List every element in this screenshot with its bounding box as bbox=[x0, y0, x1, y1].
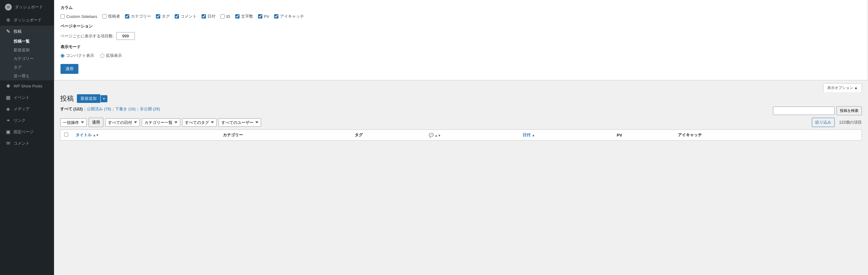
sidebar-item-events[interactable]: ▦ イベント bbox=[0, 92, 54, 103]
th-date-link[interactable]: 日付 ▲ bbox=[523, 133, 535, 137]
main-content: カラム Custom Sidebars 投稿者 カテゴリー タグ コメント bbox=[54, 0, 868, 275]
sidebar-item-label: 固定ページ bbox=[13, 129, 34, 135]
sidebar-item-wp-show-posts[interactable]: ✱ WP Show Posts bbox=[0, 80, 54, 92]
screen-options-toggle-button[interactable]: 表示オプション ▲ bbox=[823, 83, 862, 92]
sidebar-sub-item-add-new[interactable]: 新規追加 bbox=[0, 46, 54, 54]
filter-tab-published[interactable]: 公開済み (78) bbox=[87, 106, 111, 112]
table-header-row: タイトル ▲▼ カテゴリー タグ 💬 ▲▼ 日付 ▲ PV bbox=[61, 130, 862, 141]
col-categories[interactable]: カテゴリー bbox=[125, 13, 151, 19]
sidebar-item-links[interactable]: ⚭ リンク bbox=[0, 115, 54, 126]
sidebar-sub-item-post-list[interactable]: 投稿一覧 bbox=[0, 37, 54, 46]
pagination-input[interactable] bbox=[116, 32, 135, 40]
user-filter-select[interactable]: すべてのユーザー bbox=[219, 118, 261, 127]
sidebar-item-dashboard[interactable]: ⊕ ダッシュボード bbox=[0, 14, 54, 26]
col-custom-sidebars-checkbox[interactable] bbox=[61, 14, 65, 19]
pages-icon: ▣ bbox=[5, 129, 11, 135]
tag-filter-select[interactable]: すべてのタグ bbox=[182, 118, 217, 127]
col-author-checkbox[interactable] bbox=[102, 14, 106, 19]
col-comments[interactable]: コメント bbox=[175, 13, 197, 19]
events-icon: ▦ bbox=[5, 94, 11, 101]
col-id-checkbox[interactable] bbox=[220, 14, 225, 19]
sidebar: W ダッシュボード ⊕ ダッシュボード ✎ 投稿 投稿一覧 新規追加 カテゴリー… bbox=[0, 0, 54, 275]
col-comments-label: コメント bbox=[181, 13, 197, 19]
sidebar-sub-item-tags[interactable]: タグ bbox=[0, 63, 54, 72]
col-date-checkbox[interactable] bbox=[202, 14, 206, 19]
bulk-action-select[interactable]: 一括操作 bbox=[60, 118, 87, 127]
col-pv-checkbox[interactable] bbox=[258, 14, 262, 19]
col-tags[interactable]: タグ bbox=[156, 13, 170, 19]
th-title-link[interactable]: タイトル ▲▼ bbox=[75, 133, 99, 137]
filter-sep-1: | bbox=[84, 107, 85, 112]
col-categories-checkbox[interactable] bbox=[125, 14, 129, 19]
sidebar-sub-item-sort[interactable]: 並べ替え bbox=[0, 72, 54, 80]
title-sort-icon: ▲▼ bbox=[93, 134, 99, 137]
date-sort-icon: ▲ bbox=[532, 134, 535, 137]
th-date: 日付 ▲ bbox=[519, 130, 613, 141]
sidebar-item-media[interactable]: ◈ メディア bbox=[0, 103, 54, 115]
sidebar-item-label: イベント bbox=[13, 95, 30, 101]
sidebar-logo-label[interactable]: ダッシュボード bbox=[15, 4, 43, 10]
col-id[interactable]: ID bbox=[220, 14, 230, 19]
wp-logo-icon: W bbox=[5, 4, 12, 10]
col-date[interactable]: 日付 bbox=[202, 13, 215, 19]
col-eye-catch[interactable]: アイキャッチ bbox=[274, 13, 304, 19]
sidebar-item-label: メディア bbox=[13, 106, 30, 112]
col-custom-sidebars[interactable]: Custom Sidebars bbox=[61, 14, 97, 19]
filter-tab-private[interactable]: 非公開 (28) bbox=[140, 106, 160, 112]
sidebar-item-pages[interactable]: ▣ 固定ページ bbox=[0, 126, 54, 138]
th-pv: アイキャッチ bbox=[674, 130, 825, 141]
th-word-count: PV bbox=[613, 130, 674, 141]
add-new-button[interactable]: 新規追加 bbox=[77, 94, 101, 103]
col-tags-checkbox[interactable] bbox=[156, 14, 160, 19]
pagination-title: ページネーション bbox=[61, 24, 862, 29]
display-mode-compact[interactable]: コンパクト表示 bbox=[61, 53, 94, 58]
page-title-row: 投稿 新規追加 ▾ bbox=[60, 94, 862, 103]
bulk-apply-button[interactable]: 適用 bbox=[89, 118, 103, 127]
th-comments-link[interactable]: 💬 ▲▼ bbox=[429, 133, 441, 138]
screen-options-toggle-bar: 表示オプション ▲ bbox=[60, 83, 862, 92]
sidebar-item-label: WP Show Posts bbox=[13, 84, 42, 88]
filter-sep-2: | bbox=[113, 107, 114, 112]
sidebar-item-label: ダッシュボード bbox=[13, 17, 42, 23]
media-icon: ◈ bbox=[5, 106, 11, 112]
col-tags-label: タグ bbox=[162, 13, 170, 19]
posts-table: タイトル ▲▼ カテゴリー タグ 💬 ▲▼ 日付 ▲ PV bbox=[60, 130, 862, 141]
pagination-section: ページネーション ページごとに表示する項目数: bbox=[61, 24, 862, 40]
sidebar-item-label: リンク bbox=[13, 118, 26, 123]
content-area: 表示オプション ▲ 投稿 新規追加 ▾ 投稿を検索 すべて (122) | 公開… bbox=[54, 80, 868, 275]
display-mode-compact-label: コンパクト表示 bbox=[66, 53, 94, 58]
col-author-label: 投稿者 bbox=[108, 13, 120, 19]
display-mode-section: 表示モード コンパクト表示 拡張表示 bbox=[61, 44, 862, 58]
screen-options-apply-button[interactable]: 適用 bbox=[61, 64, 79, 74]
sidebar-item-posts[interactable]: ✎ 投稿 bbox=[0, 26, 54, 37]
posts-icon: ✎ bbox=[5, 28, 11, 34]
col-pv-label: PV bbox=[264, 14, 269, 19]
filter-tab-draft[interactable]: 下書き (16) bbox=[115, 106, 135, 112]
date-filter-select[interactable]: すべての日付 bbox=[105, 118, 140, 127]
sidebar-sub-item-categories[interactable]: カテゴリー bbox=[0, 54, 54, 63]
th-eye-catch bbox=[826, 130, 862, 141]
select-all-checkbox[interactable] bbox=[64, 133, 68, 137]
display-mode-extended-radio[interactable] bbox=[100, 54, 104, 58]
sidebar-logo: W ダッシュボード bbox=[0, 0, 54, 14]
col-author[interactable]: 投稿者 bbox=[102, 13, 120, 19]
search-input[interactable] bbox=[773, 107, 835, 115]
display-mode-extended[interactable]: 拡張表示 bbox=[100, 53, 122, 58]
add-new-dropdown-button[interactable]: ▾ bbox=[101, 95, 107, 102]
filter-tab-all[interactable]: すべて (122) bbox=[60, 106, 83, 112]
columns-checkbox-row: Custom Sidebars 投稿者 カテゴリー タグ コメント 日付 bbox=[61, 13, 862, 19]
th-tags: タグ bbox=[351, 130, 425, 141]
col-word-count-checkbox[interactable] bbox=[235, 14, 240, 19]
col-custom-sidebars-label: Custom Sidebars bbox=[66, 14, 97, 19]
narrow-button[interactable]: 絞り込み bbox=[812, 118, 835, 127]
sidebar-item-comments[interactable]: ✉ コメント bbox=[0, 138, 54, 149]
display-mode-compact-radio[interactable] bbox=[61, 54, 64, 58]
search-button[interactable]: 投稿を検索 bbox=[837, 106, 862, 115]
sidebar-item-label: 投稿 bbox=[13, 29, 22, 34]
th-comments: 💬 ▲▼ bbox=[425, 130, 519, 141]
col-word-count[interactable]: 文字数 bbox=[235, 13, 253, 19]
col-pv[interactable]: PV bbox=[258, 14, 269, 19]
col-eye-catch-checkbox[interactable] bbox=[274, 14, 278, 19]
category-filter-select[interactable]: カテゴリー一覧 bbox=[142, 118, 180, 127]
col-comments-checkbox[interactable] bbox=[175, 14, 179, 19]
